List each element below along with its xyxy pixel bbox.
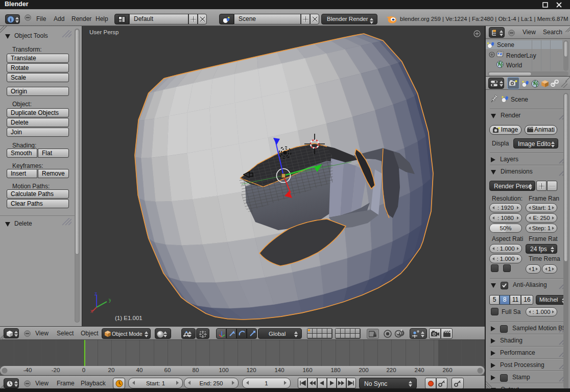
svg-text:x: x xyxy=(90,308,93,313)
svg-text:y: y xyxy=(109,297,111,303)
svg-text:i: i xyxy=(10,16,11,22)
svg-text:z: z xyxy=(94,291,97,297)
